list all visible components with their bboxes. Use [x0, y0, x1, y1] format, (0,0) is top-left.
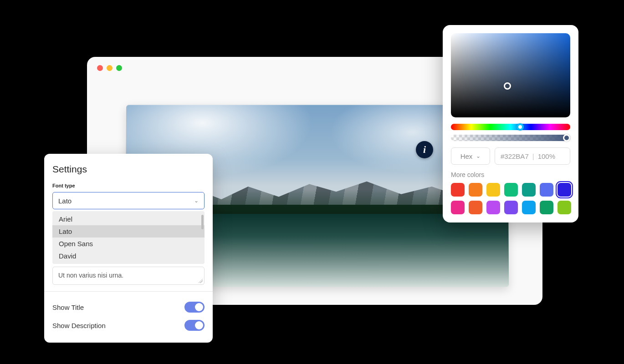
- minimize-window-icon[interactable]: [107, 65, 113, 71]
- font-option-lato[interactable]: Lato: [52, 225, 205, 238]
- color-swatch[interactable]: [540, 183, 553, 197]
- swatch-grid: [451, 183, 570, 214]
- color-value-input[interactable]: #322BA7 | 100%: [495, 147, 570, 165]
- color-format-value: Hex: [460, 152, 473, 160]
- color-swatch[interactable]: [558, 183, 571, 197]
- font-type-label: Font type: [52, 183, 205, 188]
- hue-slider[interactable]: [451, 124, 570, 130]
- settings-panel: Settings Font type Lato ⌄ Ariel Lato Ope…: [44, 154, 213, 343]
- hex-value: #322BA7: [501, 152, 529, 160]
- description-textarea[interactable]: Ut non varius nisi urna.: [52, 267, 205, 285]
- saturation-cursor-icon[interactable]: [504, 82, 511, 90]
- color-swatch[interactable]: [540, 201, 553, 214]
- color-swatch[interactable]: [522, 183, 536, 197]
- separator: |: [532, 152, 534, 160]
- color-swatch[interactable]: [504, 201, 518, 214]
- color-swatch[interactable]: [451, 201, 465, 214]
- show-title-label: Show Title: [52, 303, 84, 311]
- saturation-box[interactable]: [451, 33, 570, 117]
- color-swatch[interactable]: [486, 183, 500, 197]
- color-swatch[interactable]: [522, 201, 536, 214]
- color-swatch[interactable]: [486, 201, 500, 214]
- window-controls: [97, 65, 122, 71]
- show-title-toggle[interactable]: [184, 302, 205, 313]
- alpha-thumb-icon[interactable]: [563, 134, 570, 142]
- font-option-opensans[interactable]: Open Sans: [52, 238, 205, 250]
- close-window-icon[interactable]: [97, 65, 103, 71]
- alpha-slider[interactable]: [451, 135, 570, 141]
- more-colors-label: More colors: [451, 171, 570, 178]
- hue-thumb-icon[interactable]: [517, 123, 524, 131]
- font-type-selected-value: Lato: [58, 197, 72, 205]
- settings-title: Settings: [52, 164, 205, 175]
- color-swatch[interactable]: [558, 201, 571, 214]
- chevron-down-icon: ⌄: [476, 153, 481, 159]
- color-swatch[interactable]: [469, 183, 482, 197]
- font-type-select[interactable]: Lato ⌄: [52, 192, 205, 209]
- font-option-david[interactable]: David: [52, 250, 205, 262]
- opacity-value: 100%: [538, 152, 555, 160]
- color-swatch[interactable]: [469, 201, 482, 214]
- font-type-dropdown: Ariel Lato Open Sans David: [52, 211, 205, 264]
- color-swatch[interactable]: [504, 183, 518, 197]
- show-description-toggle[interactable]: [184, 320, 205, 331]
- font-option-ariel[interactable]: Ariel: [52, 213, 205, 225]
- color-picker-panel: Hex ⌄ #322BA7 | 100% More colors: [443, 25, 578, 222]
- color-swatch[interactable]: [451, 183, 465, 197]
- maximize-window-icon[interactable]: [116, 65, 122, 71]
- chevron-down-icon: ⌄: [194, 197, 199, 204]
- color-format-select[interactable]: Hex ⌄: [451, 147, 490, 165]
- divider: [44, 291, 213, 292]
- info-icon[interactable]: i: [416, 141, 433, 158]
- show-description-label: Show Description: [52, 322, 106, 329]
- dropdown-scrollbar[interactable]: [201, 215, 204, 229]
